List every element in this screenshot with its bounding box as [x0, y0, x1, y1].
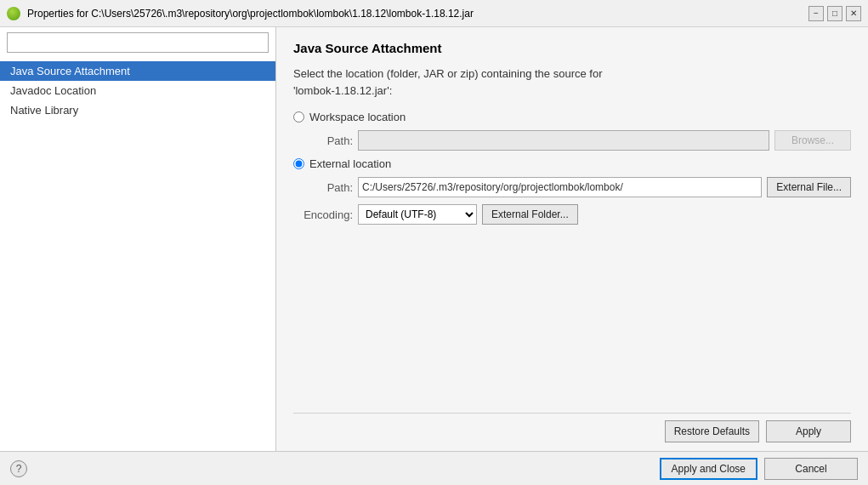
apply-button[interactable]: Apply	[766, 420, 851, 442]
spacer	[293, 231, 851, 413]
sidebar-nav: Java Source Attachment Javadoc Location …	[0, 58, 275, 451]
close-button[interactable]: ✕	[846, 6, 861, 21]
encoding-row: Encoding: Default (UTF-8) UTF-8 ISO-8859…	[293, 204, 851, 225]
encoding-select[interactable]: Default (UTF-8) UTF-8 ISO-8859-1 US-ASCI…	[358, 204, 477, 225]
workspace-path-row: Path: Browse...	[293, 130, 851, 151]
description-line2: 'lombok-1.18.12.jar':	[293, 84, 392, 97]
workspace-radio[interactable]	[293, 111, 304, 123]
help-icon-symbol: ?	[16, 463, 22, 475]
workspace-browse-button[interactable]: Browse...	[774, 130, 851, 151]
minimize-button[interactable]: −	[808, 6, 824, 21]
panel-title: Java Source Attachment	[293, 41, 851, 55]
help-button[interactable]: ?	[10, 460, 27, 477]
external-radio[interactable]	[293, 158, 304, 169]
external-file-button[interactable]: External File...	[767, 177, 851, 197]
apply-and-close-button[interactable]: Apply and Close	[660, 458, 757, 480]
workspace-radio-row: Workspace location	[293, 111, 851, 123]
app-icon	[7, 7, 20, 20]
search-input[interactable]	[7, 32, 269, 53]
external-radio-row: External location	[293, 157, 851, 170]
sidebar: Java Source Attachment Javadoc Location …	[0, 27, 276, 451]
footer-buttons: Apply and Close Cancel	[660, 458, 858, 480]
description-line1: Select the location (folder, JAR or zip)…	[293, 67, 602, 80]
restore-defaults-button[interactable]: Restore Defaults	[665, 420, 759, 442]
external-radio-label[interactable]: External location	[309, 157, 391, 170]
sidebar-item-java-source-attachment[interactable]: Java Source Attachment	[0, 61, 275, 81]
encoding-label: Encoding:	[293, 208, 353, 221]
external-path-label: Path:	[293, 181, 353, 194]
external-path-row: Path: External File...	[293, 177, 851, 197]
maximize-button[interactable]: □	[827, 6, 842, 21]
sidebar-item-javadoc-location[interactable]: Javadoc Location	[0, 81, 275, 100]
action-bar: Restore Defaults Apply	[293, 413, 851, 442]
workspace-path-label: Path:	[293, 134, 353, 147]
footer-bar: ? Apply and Close Cancel	[0, 451, 868, 485]
title-text: Properties for C:\Users\25726\.m3\reposi…	[27, 8, 808, 20]
sidebar-item-native-library[interactable]: Native Library	[0, 100, 275, 120]
main-content: Java Source Attachment Javadoc Location …	[0, 27, 868, 451]
window-controls: − □ ✕	[808, 6, 861, 21]
title-bar: Properties for C:\Users\25726\.m3\reposi…	[0, 0, 868, 27]
workspace-radio-label[interactable]: Workspace location	[309, 111, 406, 123]
workspace-path-input[interactable]	[358, 130, 769, 151]
right-panel: Java Source Attachment Select the locati…	[276, 27, 868, 451]
panel-description: Select the location (folder, JAR or zip)…	[293, 66, 851, 99]
cancel-button[interactable]: Cancel	[764, 458, 858, 480]
external-folder-button[interactable]: External Folder...	[482, 204, 578, 225]
external-path-input[interactable]	[358, 177, 762, 197]
